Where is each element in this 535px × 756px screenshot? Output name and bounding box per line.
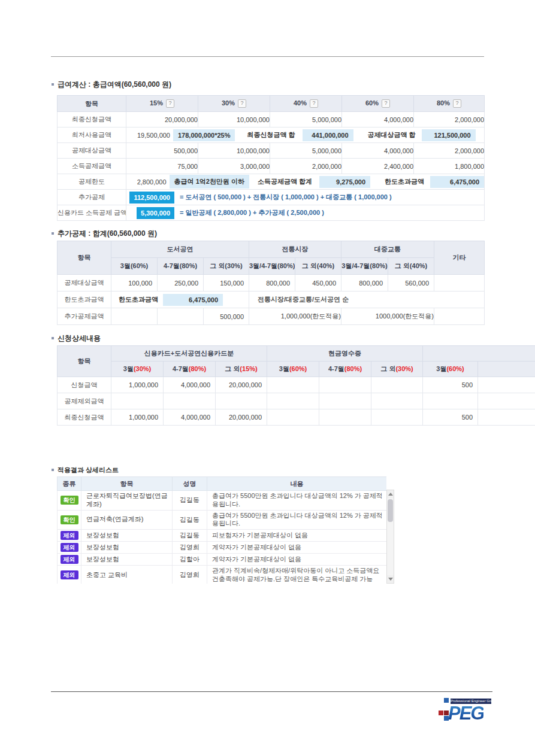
t1-header-40-label: 40% [294, 99, 307, 107]
help-icon[interactable]: ? [310, 99, 318, 108]
value-cell: 4,000,000 [164, 409, 216, 426]
summary-label: 공제대상금액 합 [368, 130, 416, 139]
help-icon[interactable]: ? [453, 99, 461, 108]
t3-sub-header-cut [478, 362, 535, 377]
value-cell: 3,000,000 [198, 159, 270, 174]
t2-group-books: 도서공연 [111, 241, 249, 258]
t3-group-cut [423, 346, 535, 362]
formula-text: = 도서공연 ( 500,000 ) + 전통시장 ( 1,000,000 ) … [180, 193, 392, 202]
rate-label: (30%) [134, 365, 151, 372]
value-cell [267, 377, 319, 393]
summary-cell: 19,500,000 178,000,000*25% 최종신청금액 합 441,… [126, 127, 485, 143]
value-cell: 5,000,000 [270, 112, 342, 127]
status-badge: 제외 [61, 570, 78, 579]
result-desc-cell: 계약자가 기본공제대상이 없음 [207, 554, 387, 566]
rate-label: (80%) [189, 365, 206, 372]
result-item-cell: 근로자퇴직급여보장법(연금계좌) [81, 491, 173, 511]
logo-square-blue [444, 698, 449, 703]
bullet-icon [52, 83, 54, 86]
result-desc-cell: 총급여가 5500만원 초과입니다 대상금액의 12% 가 공제적용됩니다. [207, 491, 387, 511]
value-cell [319, 409, 371, 426]
result-list-container: 종류 항목 성명 내용 확인근로자퇴직급여보장법(연금계좌)김길동총급여가 55… [57, 476, 386, 584]
result-desc-cell: 관계가 직계비속/형제자매/위탁아동이 아니고 소득금액요건충족해야 공제가능.… [207, 566, 387, 584]
t1-row-label: 소득공제금액 [58, 159, 126, 174]
t4-header-desc: 내용 [207, 477, 387, 491]
t1-header-60: 60%? [342, 96, 414, 112]
value-cell: 10,000,000 [198, 112, 270, 127]
section3-title-text: 신청상세내용 [58, 334, 101, 342]
highlight-chip: 6,475,000 [430, 176, 484, 188]
summary-label: 한도초과금액 [385, 177, 424, 186]
t3-sub-header: 3월(60%) [267, 362, 319, 377]
value-cell: 4,000,000 [164, 377, 216, 393]
result-item-cell: 보장성보험 [81, 542, 173, 554]
value-cell: 500,000 [126, 143, 198, 159]
rate-label: (80%) [344, 365, 362, 372]
highlight-chip: 178,000,000*25% [173, 129, 235, 141]
help-icon[interactable]: ? [382, 99, 390, 108]
highlight-chip: 총급여 1억2천만원 이하 [170, 175, 249, 189]
rate-label: (60%) [289, 365, 307, 372]
company-logo: Professional Engineer Group PEG [437, 696, 497, 730]
value-cell: 500 [423, 409, 478, 426]
value-cell: 450,000 [295, 275, 341, 292]
value-cell: 20,000,000 [126, 112, 198, 127]
t1-header-30-label: 30% [222, 99, 235, 107]
summary-cell: 112,500,000 = 도서공연 ( 500,000 ) + 전통시장 ( … [126, 190, 485, 205]
bullet-icon [52, 232, 54, 235]
value-cell [371, 409, 423, 426]
status-badge: 제외 [61, 555, 78, 564]
value-cell: 5,000,000 [270, 143, 342, 159]
status-badge: 제외 [61, 543, 78, 552]
bullet-icon [52, 337, 54, 339]
value-cell: 800,000 [249, 275, 295, 292]
t3-sub-header: 3월(60%) [423, 362, 478, 377]
help-icon[interactable]: ? [166, 99, 174, 108]
section1-title-text: 급여계산 : 총급여액(60,560,000 원) [58, 80, 171, 89]
application-detail-table: 항목 신용카드+도서공연신용카드분 현금영수증 3월(30%) 4-7월(80%… [57, 345, 535, 426]
scrollbar-up-icon[interactable] [387, 490, 394, 498]
value-cell: 150,000 [204, 275, 249, 292]
result-desc-cell: 계약자가 기본공제대상이 없음 [207, 542, 387, 554]
scrollbar-thumb[interactable] [388, 499, 393, 522]
t1-header-item: 항목 [58, 96, 126, 112]
value-cell [158, 308, 204, 325]
value-cell: 1000,000(한도적용) [341, 308, 434, 325]
value-cell: 2,400,000 [342, 159, 414, 174]
value-cell: 250,000 [158, 275, 204, 292]
value-cell [111, 393, 164, 409]
scrollbar-down-icon[interactable] [387, 575, 394, 583]
result-item-cell: 보장성보험 [81, 530, 173, 542]
value-cell: 500 [423, 377, 478, 393]
t2-sub-header: 3월(60%) [111, 258, 158, 275]
rate-label: (60%) [446, 365, 464, 372]
value-text: 2,800,000 [126, 178, 167, 186]
t1-header-15: 15%? [126, 96, 198, 112]
t3-sub-header: 3월(30%) [111, 362, 164, 377]
t3-group-header-row: 항목 신용카드+도서공연신용카드분 현금영수증 [58, 346, 535, 362]
value-cell [111, 308, 158, 325]
t2-sub-header: 3월/4-7월(80%) [341, 258, 388, 275]
t2-group-market: 전통시장 [249, 241, 341, 258]
scrollbar[interactable] [386, 490, 394, 584]
result-row: 확인근로자퇴직급여보장법(연금계좌)김길동총급여가 5500만원 초과입니다 대… [58, 491, 387, 511]
table-row: 공제대상금액 500,000 10,000,000 5,000,000 4,00… [58, 143, 485, 159]
result-item-cell: 연금저축(연금계좌) [81, 510, 173, 530]
rate-label: (15%) [240, 365, 257, 372]
highlight-chip: 9,275,000 [319, 176, 370, 188]
result-row: 제외보장성보험김영희계약자가 기본공제대상이 없음 [58, 542, 387, 554]
value-cell [267, 393, 319, 409]
value-cell [164, 393, 216, 409]
value-cell: 2,000,000 [270, 159, 342, 174]
t1-header-60-label: 60% [365, 99, 379, 107]
status-badge: 제외 [61, 531, 78, 540]
value-cell: 2,000,000 [414, 112, 485, 127]
t4-header-row: 종류 항목 성명 내용 [58, 477, 387, 491]
logo-square-red [439, 711, 443, 715]
table-row: 소득공제금액 75,000 3,000,000 2,000,000 2,400,… [58, 159, 485, 174]
highlight-chip: 441,000,000 [303, 129, 353, 141]
result-row: 제외보장성보험김할아계약자가 기본공제대상이 없음 [58, 554, 387, 566]
top-divider [51, 56, 484, 57]
result-type-cell: 제외 [58, 530, 81, 542]
help-icon[interactable]: ? [238, 99, 246, 108]
